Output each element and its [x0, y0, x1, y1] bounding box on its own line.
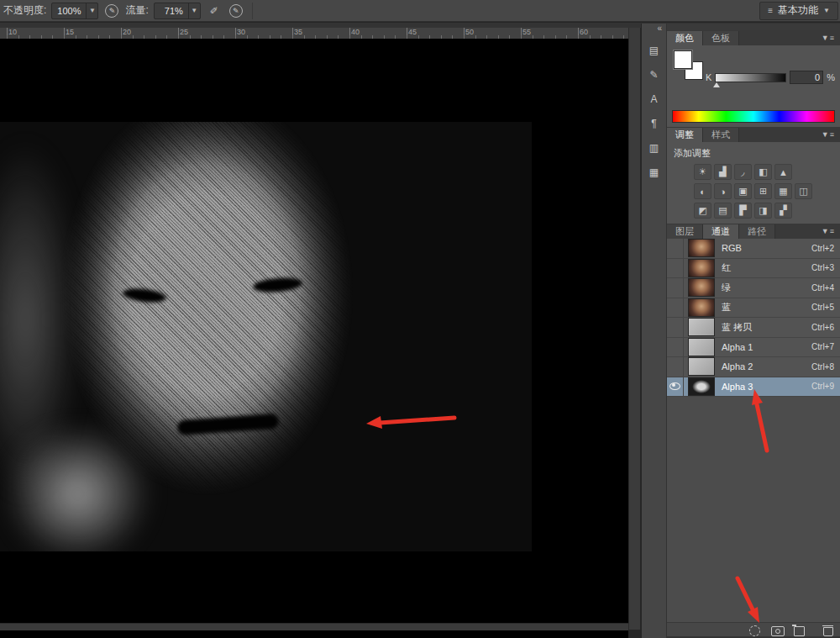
pressure-opacity-button[interactable]: ✎	[103, 3, 120, 19]
channel-row[interactable]: Alpha 3Ctrl+9	[667, 377, 840, 398]
vibrance-adjustment-icon[interactable]: ▲	[774, 164, 792, 180]
channel-row[interactable]: Alpha 1Ctrl+7	[667, 338, 840, 358]
color-tabbar: 颜色 色板 ▼≡	[667, 30, 840, 45]
canvas-area[interactable]	[0, 39, 628, 638]
visibility-toggle[interactable]	[667, 298, 684, 318]
channel-row[interactable]: RGBCtrl+2	[667, 239, 840, 259]
visibility-toggle[interactable]	[667, 278, 684, 298]
channel-shortcut: Ctrl+5	[811, 303, 834, 312]
channel-row[interactable]: 红Ctrl+3	[667, 259, 840, 279]
channel-mixer-adjustment-icon[interactable]: ▦	[774, 183, 792, 199]
channel-row[interactable]: 绿Ctrl+4	[667, 278, 840, 298]
clone-source-panel-icon[interactable]: ✎	[644, 65, 664, 84]
channel-shortcut: Ctrl+7	[811, 342, 834, 351]
channel-name: 蓝 拷贝	[722, 321, 752, 334]
posterize-adjustment-icon[interactable]: ▤	[714, 203, 732, 219]
opacity-value: 100%	[52, 6, 86, 16]
black-white-adjustment-icon[interactable]: ▣	[734, 183, 752, 199]
ruler-tick: 20	[121, 28, 122, 39]
tab-layers[interactable]: 图层	[667, 224, 703, 239]
hue-saturation-adjustment-icon[interactable]: ◐	[694, 183, 711, 199]
k-value-field[interactable]: 0	[790, 71, 823, 84]
threshold-adjustment-icon[interactable]: ▛	[734, 203, 752, 219]
selective-color-adjustment-icon[interactable]: ▞	[774, 203, 792, 219]
gradient-map-adjustment-icon[interactable]: ◨	[754, 203, 772, 219]
tab-channels[interactable]: 通道	[703, 224, 739, 239]
color-panel: K 0 %	[667, 45, 840, 127]
channel-row[interactable]: Alpha 2Ctrl+8	[667, 357, 840, 377]
horizontal-scrollbar[interactable]	[0, 623, 628, 630]
panel-menu-icon[interactable]: ▼≡	[816, 34, 840, 42]
ruler-horizontal: 1015202530354045505560	[0, 28, 628, 40]
visibility-toggle[interactable]	[667, 338, 684, 357]
opacity-combo[interactable]: 100% ▼	[51, 3, 98, 19]
channel-shortcut: Ctrl+6	[811, 323, 834, 332]
load-channel-as-selection-button[interactable]	[749, 625, 760, 636]
tab-paths[interactable]: 路径	[739, 224, 775, 239]
slider-thumb-icon[interactable]	[713, 82, 720, 87]
paragraph-panel-icon[interactable]: ¶	[644, 113, 664, 133]
eye-icon	[669, 382, 680, 390]
workspace-switcher[interactable]: ≡ 基本功能 ▼	[759, 2, 838, 20]
panel-menu-icon[interactable]: ▼≡	[816, 227, 840, 235]
foreground-color-swatch[interactable]	[674, 50, 692, 69]
history-panel-icon[interactable]: ▤	[644, 40, 664, 60]
airbrush-icon: ✐	[210, 5, 218, 17]
tab-swatches[interactable]: 色板	[703, 31, 739, 45]
visibility-toggle[interactable]	[667, 318, 684, 337]
add-adjustment-title: 添加调整	[674, 147, 711, 160]
color-lookup-adjustment-icon[interactable]: ◫	[795, 183, 812, 199]
tab-adjustments[interactable]: 调整	[667, 128, 703, 142]
visibility-toggle[interactable]	[667, 239, 684, 258]
ruler-tick: 10	[7, 28, 8, 39]
color-balance-adjustment-icon[interactable]: ◑	[714, 183, 732, 199]
channel-shortcut: Ctrl+9	[811, 382, 834, 391]
k-slider[interactable]	[715, 73, 786, 82]
chevron-down-icon[interactable]: ▼	[86, 3, 97, 18]
flow-combo[interactable]: 71% ▼	[154, 3, 201, 19]
visibility-toggle[interactable]	[667, 357, 684, 377]
panel-menu-icon[interactable]: ▼≡	[816, 130, 840, 139]
pressure-size-button[interactable]: ✎	[228, 3, 244, 19]
ruler-tick: 15	[64, 28, 65, 39]
ruler-tick: 50	[464, 28, 465, 39]
airbrush-button[interactable]: ✐	[206, 3, 223, 19]
options-bar: 不透明度: 100% ▼ ✎ 流量: 71% ▼ ✐ ✎ ≡ 基本功能 ▼	[0, 0, 840, 22]
vertical-scrollbar[interactable]	[628, 28, 640, 630]
channel-row[interactable]: 蓝 拷贝Ctrl+6	[667, 318, 840, 338]
save-selection-as-channel-button[interactable]	[771, 626, 785, 636]
chevron-down-icon[interactable]: ▼	[188, 3, 200, 18]
collapse-panels-button[interactable]: «	[642, 24, 666, 35]
k-label: K	[706, 72, 711, 82]
channel-shortcut: Ctrl+2	[811, 244, 834, 253]
exposure-adjustment-icon[interactable]: ◧	[754, 164, 772, 180]
tab-styles[interactable]: 样式	[703, 128, 739, 142]
foreground-background-swatches[interactable]	[674, 50, 706, 82]
character-panel-icon[interactable]: A	[644, 89, 664, 108]
brightness-contrast-adjustment-icon[interactable]: ☀	[694, 164, 711, 180]
flow-label: 流量:	[125, 3, 148, 18]
tab-color[interactable]: 颜色	[667, 31, 703, 45]
channel-shortcut: Ctrl+4	[811, 283, 834, 293]
visibility-toggle[interactable]	[667, 259, 684, 278]
ruler-tick: 25	[178, 28, 179, 39]
levels-adjustment-icon[interactable]: ▟	[714, 164, 732, 180]
channel-thumbnail	[688, 298, 715, 317]
face-mask-region	[35, 122, 392, 551]
curves-adjustment-icon[interactable]: ◞	[734, 164, 752, 180]
channel-row[interactable]: 蓝Ctrl+5	[667, 298, 840, 319]
photo-filter-adjustment-icon[interactable]: ⊞	[754, 183, 772, 199]
adjustments-panel: 添加调整 ☀▟◞◧▲◐◑▣⊞▦◫◩▤▛◨▞	[667, 142, 840, 224]
percent-label: %	[827, 72, 835, 82]
channels-bottom-bar	[667, 622, 840, 636]
invert-adjustment-icon[interactable]: ◩	[694, 203, 711, 219]
notes-panel-icon[interactable]: ▥	[644, 138, 664, 157]
ruler-tick: 55	[521, 28, 522, 39]
properties-panel-icon[interactable]: ▦	[644, 162, 664, 182]
delete-channel-button[interactable]	[823, 627, 833, 636]
channel-thumbnail	[688, 377, 715, 396]
visibility-toggle[interactable]	[667, 377, 684, 397]
channels-list: RGBCtrl+2红Ctrl+3绿Ctrl+4蓝Ctrl+5蓝 拷贝Ctrl+6…	[667, 239, 840, 397]
new-channel-button[interactable]	[794, 626, 805, 636]
color-spectrum-bar[interactable]	[672, 110, 835, 123]
